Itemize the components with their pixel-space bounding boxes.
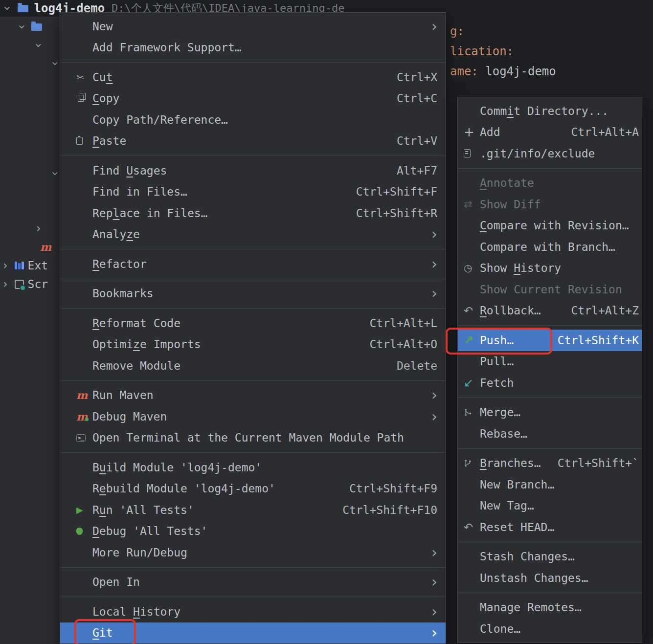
menu-item-compare-with-branch[interactable]: Compare with Branch…	[458, 236, 642, 258]
menu-item-debug-maven[interactable]: mDebug Maven›	[60, 406, 446, 427]
menu-item-replace-in-files[interactable]: Replace in Files…Ctrl+Shift+R	[60, 202, 446, 224]
menu-item-rebase[interactable]: Rebase…	[458, 423, 642, 444]
menu-separator	[60, 567, 446, 568]
menu-item-paste[interactable]: PasteCtrl+V	[60, 131, 446, 152]
tree-row[interactable]: ›	[53, 166, 58, 181]
menu-item-add-framework-support[interactable]: Add Framework Support…	[60, 37, 446, 59]
chevron-down-icon[interactable]: ›	[1, 6, 13, 11]
tree-row-maven-module[interactable]: m	[40, 240, 51, 254]
menu-item-label: Cut	[92, 71, 113, 84]
yaml-key: ame:	[450, 65, 478, 78]
menu-item-rebuild-module-log4j-demo[interactable]: Rebuild Module 'log4j-demo'Ctrl+Shift+F9	[60, 478, 446, 500]
run-icon: ▶	[76, 505, 92, 515]
menu-item-more-run-debug[interactable]: More Run/Debug›	[60, 542, 446, 563]
menu-item-find-usages[interactable]: Find UsagesAlt+F7	[60, 160, 446, 181]
menu-item-reformat-code[interactable]: Reformat CodeCtrl+Alt+L	[60, 312, 446, 334]
menu-item-commit-directory[interactable]: Commit Directory...	[458, 100, 642, 122]
tree-row-scratches[interactable]: ›Scr	[3, 277, 48, 291]
menu-item-right: ›	[426, 409, 437, 424]
chevron-right-icon[interactable]: ›	[3, 278, 8, 290]
menu-item-build-module-log4j-demo[interactable]: Build Module 'log4j-demo'	[60, 457, 446, 478]
menu-item-right: ›	[426, 604, 437, 619]
tree-row[interactable]: ›	[20, 20, 42, 34]
menu-item-push[interactable]: ↗Push…Ctrl+Shift+K	[458, 330, 642, 351]
menu-item-label: Push…	[480, 334, 514, 347]
menu-item-branches[interactable]: Branches…Ctrl+Shift+`	[458, 453, 642, 474]
menu-item-git[interactable]: Git›	[60, 622, 446, 644]
scratches-icon	[15, 280, 24, 289]
menu-item-new-branch[interactable]: New Branch…	[458, 474, 642, 495]
menu-item-git-info-exclude[interactable]: .git/info/exclude	[458, 143, 642, 164]
chevron-right-icon[interactable]: ›	[36, 222, 41, 234]
menu-item-right: Ctrl+Shift+F9	[349, 482, 437, 495]
menu-item-right: Alt+F7	[397, 164, 437, 177]
submenu-arrow-icon: ›	[431, 625, 437, 640]
menu-separator	[458, 542, 642, 542]
menu-item-right: ›	[426, 286, 437, 301]
menu-separator	[458, 325, 642, 326]
tree-row[interactable]: ›	[36, 38, 41, 53]
maven-icon: m	[76, 390, 92, 400]
tree-row-external-libraries[interactable]: ›Ext	[3, 258, 48, 273]
menu-item-copy[interactable]: CopyCtrl+C	[60, 88, 446, 110]
menu-item-unstash-changes[interactable]: Unstash Changes…	[458, 567, 642, 589]
menu-item-reset-head[interactable]: ↶Reset HEAD…	[458, 516, 642, 538]
menu-item-rollback[interactable]: ↶Rollback…Ctrl+Alt+Z	[458, 300, 642, 322]
submenu-arrow-icon: ›	[431, 604, 437, 619]
menu-item-run-all-tests[interactable]: ▶Run 'All Tests'Ctrl+Shift+F10	[60, 499, 446, 521]
menu-item-label: Rebase…	[480, 427, 527, 440]
menu-item-label: Pull…	[480, 355, 514, 368]
menu-item-label: New	[92, 20, 113, 33]
menu-item-open-terminal-at-the-current-maven-module-path[interactable]: >_Open Terminal at the Current Maven Mod…	[60, 427, 446, 449]
menu-item-cut[interactable]: ✂CutCtrl+X	[60, 67, 446, 88]
menu-item-merge[interactable]: Merge…	[458, 402, 642, 423]
tree-row[interactable]: ›	[53, 56, 58, 71]
menu-item-right: ›	[426, 257, 437, 271]
menu-item-new[interactable]: New›	[60, 16, 446, 37]
menu-item-find-in-files[interactable]: Find in Files…Ctrl+Shift+F	[60, 181, 446, 203]
menu-item-bookmarks[interactable]: Bookmarks›	[60, 283, 446, 305]
menu-item-shortcut: Alt+F7	[397, 164, 437, 177]
menu-item-local-history[interactable]: Local History›	[60, 601, 446, 622]
paste-icon	[76, 137, 92, 145]
menu-item-add[interactable]: +AddCtrl+Alt+A	[458, 122, 642, 143]
menu-item-optimize-imports[interactable]: Optimize ImportsCtrl+Alt+O	[60, 334, 446, 355]
menu-item-shortcut: Ctrl+C	[397, 92, 437, 105]
menu-item-open-in[interactable]: Open In›	[60, 572, 446, 593]
yaml-value: log4j-demo	[478, 65, 556, 78]
menu-item-right: Ctrl+Shift+F	[356, 185, 437, 198]
menu-item-refactor[interactable]: Refactor›	[60, 253, 446, 275]
tree-label: Ext	[28, 259, 48, 272]
chevron-down-icon[interactable]: ›	[33, 43, 45, 48]
menu-item-fetch[interactable]: ↙Fetch	[458, 372, 642, 394]
rollback-icon: ↶	[464, 304, 480, 317]
menu-item-copy-path-reference[interactable]: Copy Path/Reference…	[60, 109, 446, 131]
menu-item-clone[interactable]: Clone…	[458, 618, 642, 640]
menu-item-debug-all-tests[interactable]: Debug 'All Tests'	[60, 521, 446, 542]
menu-item-new-tag[interactable]: New Tag…	[458, 495, 642, 517]
chevron-right-icon[interactable]: ›	[3, 260, 8, 271]
menu-item-right: ›	[426, 545, 437, 560]
menu-item-label: Show Current Revision	[480, 283, 622, 296]
menu-item-shortcut: Ctrl+Shift+F10	[342, 504, 437, 516]
submenu-arrow-icon: ›	[431, 388, 437, 402]
tree-row[interactable]: ›	[36, 221, 41, 236]
menu-item-show-history[interactable]: ◷Show History	[458, 258, 642, 279]
menu-item-label: Run 'All Tests'	[92, 504, 194, 516]
menu-item-manage-remotes[interactable]: Manage Remotes…	[458, 597, 642, 619]
submenu-arrow-icon: ›	[431, 409, 437, 424]
menu-item-analyze[interactable]: Analyze›	[60, 224, 446, 245]
chevron-down-icon[interactable]: ›	[16, 24, 28, 29]
menu-item-stash-changes[interactable]: Stash Changes…	[458, 546, 642, 568]
menu-separator	[458, 448, 642, 449]
menu-separator	[60, 249, 446, 249]
menu-item-label: Find in Files…	[92, 185, 187, 198]
menu-separator	[60, 597, 446, 597]
menu-item-right: ›	[426, 388, 437, 402]
menu-item-compare-with-revision[interactable]: Compare with Revision…	[458, 215, 642, 237]
menu-item-shortcut: Ctrl+Shift+K	[558, 334, 639, 347]
menu-item-remove-module[interactable]: Remove ModuleDelete	[60, 355, 446, 377]
menu-item-right: Ctrl+C	[397, 92, 437, 105]
menu-item-pull[interactable]: Pull…	[458, 351, 642, 373]
menu-item-run-maven[interactable]: mRun Maven›	[60, 385, 446, 406]
